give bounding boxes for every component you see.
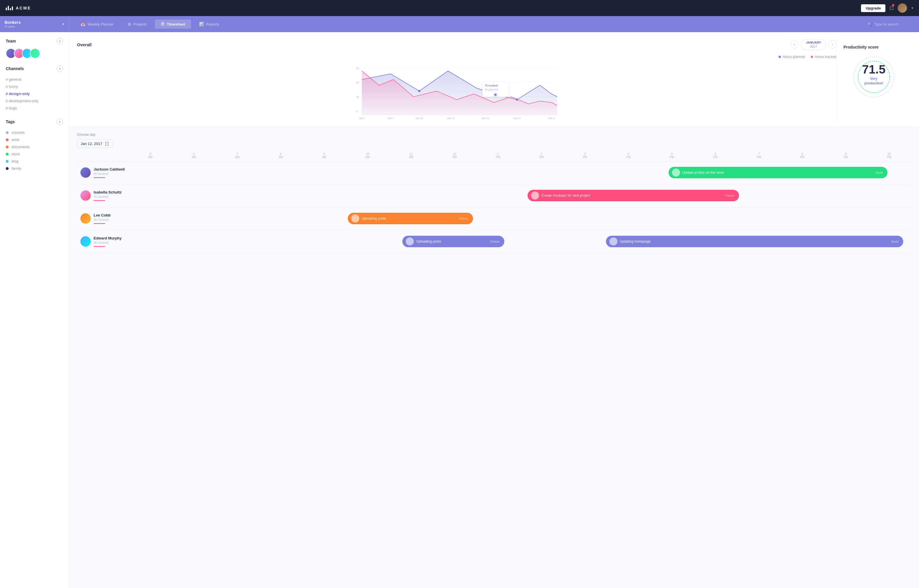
person-bar-edward [94,246,105,247]
person-info-edward: Edward Murphy 9h tracked [77,231,129,252]
prev-date-button[interactable]: ‹ [791,40,799,48]
tag-family[interactable]: family [6,165,63,172]
user-avatar[interactable] [898,3,907,13]
person-tracked-jackson: 5h tracked [94,172,124,175]
gauge-label: Veryproductive! [862,77,886,86]
tag-store-label: store [11,152,20,156]
svg-text:Feb 1: Feb 1 [548,117,554,120]
logo-icon [6,6,13,10]
svg-text:Jan 2: Jan 2 [359,117,365,120]
next-date-button[interactable]: › [828,40,836,48]
tag-documents[interactable]: documents [6,143,63,150]
channel-general[interactable]: # general [6,76,63,83]
tab-projects[interactable]: ⊞ Projects [122,19,152,29]
productivity-title: Productivity score [843,45,879,49]
time-7pm: 7PM [737,152,780,159]
tab-timesheet[interactable]: ⏱ Timesheet [155,19,191,29]
tag-family-label: family [11,166,21,171]
tag-blog[interactable]: blog [6,158,63,165]
tag-courses[interactable]: courses [6,129,63,136]
tab-reports[interactable]: 📊 Reports [193,19,225,29]
task-lee[interactable]: Uploading posts 3 hours [348,213,473,224]
person-name-jackson: Jackson Caldwell [94,167,124,171]
time-5am: 5AM [129,152,172,159]
task-edward-1[interactable]: Uploading posts 3 hours [402,236,504,247]
channel-funny[interactable]: # funny [6,83,63,90]
workspace-info: Bonkers 4 users [5,20,21,28]
search-icon: 🔍 [867,22,872,26]
task-hours-isabella: 7 hours [725,194,735,197]
clipboard-icon[interactable]: □ [890,5,893,11]
gauge-value: 71.5 [862,63,886,76]
logo-area: ACME [6,6,31,10]
person-tracked-lee: 3h tracked [94,218,111,221]
channel-development-only[interactable]: # development-only [6,97,63,105]
productivity-section: Productivity score 71.5 Veryproductive! [836,39,911,120]
workspace-chevron-icon[interactable]: ▾ [62,22,64,26]
task-avatar-isabella [531,192,539,200]
team-header: Team + [6,38,63,44]
channel-bugs[interactable]: # bugs [6,105,63,112]
person-info-isabella: Isabella Schultz 7h tracked [77,186,129,205]
tag-store[interactable]: store [6,150,63,158]
time-header: 5AM 6AM 7AM 8AM 9AM 10AM 11AM 12PM 1PM 2… [77,152,911,162]
tab-weekly-planner[interactable]: 📅 Weekly Planner [75,19,120,29]
task-avatar-edward-1 [406,237,414,246]
timesheet-icon: ⏱ [160,22,165,26]
upgrade-button[interactable]: Upgrade [861,4,885,12]
tags-title: Tags [6,120,15,124]
time-9pm: 9PM [824,152,867,159]
user-chevron-icon[interactable]: ▾ [911,6,913,10]
chart-point-3 [516,99,518,101]
tag-blog-label: blog [11,159,19,163]
time-cols: 5AM 6AM 7AM 8AM 9AM 10AM 11AM 12PM 1PM 2… [129,152,911,159]
workspace-users: 4 users [5,25,21,28]
chart-header: Overall ‹ JANUARY 2017 › [77,39,836,50]
task-label-edward-1: Uploading posts [416,239,488,244]
time-6am: 6AM [172,152,215,159]
person-row-isabella: Isabella Schultz 7h tracked [77,184,911,207]
svg-text:Jan 27: Jan 27 [513,117,521,120]
person-bar-lee [94,223,105,224]
svg-text:30: 30 [356,95,359,99]
sidebar: Team + Channels + # general # funny # de… [0,32,69,588]
team-avatar-4[interactable] [30,48,40,58]
search-area[interactable]: 🔍 Type to search [862,22,919,26]
tag-work[interactable]: work [6,136,63,143]
team-title: Team [6,39,16,44]
chart-point-1 [418,90,420,92]
task-label-jackson: Update photos on the store [682,171,874,174]
svg-text:Jan 17: Jan 17 [447,117,455,120]
task-isabella[interactable]: Create mockups for next project 7 hours [528,190,739,201]
task-edward-2[interactable]: Updating homepage hours [606,236,903,247]
avatar-jackson [81,167,91,178]
time-8pm: 8PM [780,152,824,159]
tags-header: Tags + [6,119,63,125]
task-hours-jackson: hours [875,171,884,174]
task-jackson[interactable]: Update photos on the store hours [669,167,888,178]
channels-section: Channels + # general # funny # design-on… [0,65,69,112]
tag-documents-dot [6,145,9,149]
date-picker-input[interactable]: Jan 12, 2017 📋 [77,139,113,148]
projects-icon: ⊞ [128,22,131,26]
nav-tabs: 📅 Weekly Planner ⊞ Projects ⏱ Timesheet … [69,19,862,29]
person-details-jackson: Jackson Caldwell 5h tracked [94,167,124,178]
tag-work-label: work [11,137,19,142]
person-name-lee: Lee Cobb [94,213,111,217]
add-tag-button[interactable]: + [57,119,63,125]
top-navigation: ACME Upgrade □ ▾ [0,0,919,16]
search-placeholder: Type to search [874,22,899,26]
task-label-edward-2: Updating homepage [620,239,889,244]
person-bar-isabella [94,200,105,201]
time-12pm: 12PM [433,152,476,159]
add-team-member-button[interactable]: + [57,38,63,44]
date-picker-value: Jan 12, 2017 [81,142,102,146]
workspace-selector[interactable]: Bonkers 4 users ▾ [0,16,69,32]
time-9am: 9AM [302,152,346,159]
avatar-edward [81,236,91,247]
logo-text: ACME [16,6,31,10]
channel-design-only[interactable]: # design-only [6,90,63,97]
tag-blog-dot [6,160,9,163]
add-channel-button[interactable]: + [57,65,63,72]
task-label-lee: Uploading posts [362,216,456,221]
